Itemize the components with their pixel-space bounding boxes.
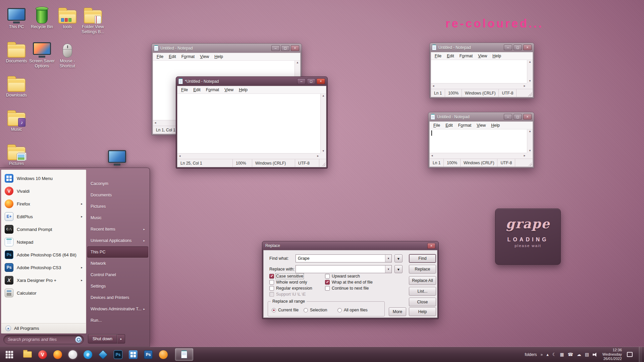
- menu-format[interactable]: Format: [204, 87, 222, 93]
- start-place-settings[interactable]: Settings: [87, 281, 148, 292]
- scroll-right-icon[interactable]: ►: [317, 155, 319, 158]
- dialog-titlebar[interactable]: Replace ×: [262, 241, 438, 250]
- help-button[interactable]: Help: [409, 307, 436, 316]
- desktop-icon-pictures[interactable]: Pictures: [3, 141, 30, 166]
- vertical-scrollbar[interactable]: ▲▼: [527, 60, 533, 83]
- scroll-up-icon[interactable]: ▲: [529, 61, 531, 63]
- maximize-button[interactable]: ◻: [514, 114, 522, 120]
- taskbar-photoshop-cs6-icon[interactable]: [113, 350, 123, 359]
- taskbar-vivaldi-icon[interactable]: [38, 350, 47, 359]
- menu-file[interactable]: File: [179, 87, 190, 93]
- close-button[interactable]: ×: [427, 243, 435, 249]
- taskbar-blue-window-app-icon[interactable]: [128, 350, 138, 359]
- checkbox-continue-next-file[interactable]: Continue to next file: [325, 286, 369, 291]
- scroll-up-icon[interactable]: ▲: [322, 95, 325, 97]
- tray-phone-icon[interactable]: ☎: [568, 352, 573, 357]
- close-button[interactable]: ×: [523, 114, 532, 120]
- menu-help[interactable]: Help: [490, 53, 503, 59]
- search-input[interactable]: [8, 337, 75, 342]
- maximize-button[interactable]: ◻: [514, 45, 522, 50]
- tray-keyboard-icon[interactable]: ▦: [560, 352, 564, 357]
- checkbox-case-sensitive[interactable]: Case sensitive: [269, 274, 303, 279]
- desktop-icon-music[interactable]: Music: [3, 107, 30, 132]
- close-button[interactable]: ×: [317, 78, 325, 84]
- radio-all-open-files[interactable]: All open files: [337, 308, 368, 312]
- start-place-universal-applications[interactable]: Universal Applications▸: [87, 235, 148, 246]
- minimize-button[interactable]: –: [504, 45, 512, 50]
- taskbar-media-app-icon[interactable]: [159, 350, 168, 359]
- start-item-xara-designer[interactable]: Xara Designer Pro +▸: [1, 274, 86, 287]
- tray-network-icon[interactable]: ▤: [585, 352, 589, 357]
- menu-file[interactable]: File: [154, 54, 166, 59]
- list-button[interactable]: List...: [409, 287, 436, 296]
- taskbar-clock[interactable]: 12:36 Wednesday 26/01/2022: [601, 348, 622, 361]
- titlebar[interactable]: Untitled - Notepad – ◻ ×: [152, 44, 302, 53]
- replace-special-dropdown-button[interactable]: ▾: [394, 265, 402, 273]
- minimize-button[interactable]: –: [271, 45, 280, 51]
- combo-dropdown-icon[interactable]: ▾: [385, 255, 391, 262]
- scroll-down-icon[interactable]: ▼: [529, 149, 531, 152]
- find-what-combobox[interactable]: ▾: [296, 254, 392, 262]
- replace-with-input[interactable]: [296, 267, 385, 272]
- scroll-left-icon[interactable]: ◄: [432, 85, 435, 87]
- minimize-button[interactable]: –: [504, 114, 512, 120]
- close-button[interactable]: ×: [523, 45, 532, 50]
- taskbar-firefox-icon[interactable]: [53, 350, 62, 359]
- taskbar-gem-app-icon[interactable]: [98, 350, 108, 359]
- start-place-this-pc[interactable]: This PC: [87, 246, 148, 258]
- scroll-left-icon[interactable]: ◄: [431, 155, 433, 157]
- menu-view[interactable]: View: [476, 53, 489, 59]
- start-item-photoshop-cs6[interactable]: Adobe Photoshop CS6 (64 Bit): [1, 248, 86, 261]
- taskbar-folders-toolbar[interactable]: folders: [525, 352, 537, 357]
- toolbar-overflow-icon[interactable]: »: [540, 352, 543, 357]
- menu-format[interactable]: Format: [456, 123, 474, 128]
- find-what-input[interactable]: [296, 256, 385, 261]
- text-area[interactable]: [177, 94, 320, 153]
- menu-view[interactable]: View: [198, 54, 211, 59]
- more-button[interactable]: More: [389, 307, 406, 316]
- menu-edit[interactable]: Edit: [443, 123, 455, 128]
- start-item-notepad[interactable]: Notepad: [1, 236, 86, 248]
- replace-all-button[interactable]: Replace All: [409, 276, 436, 285]
- checkbox-whole-word-only[interactable]: Whole word only: [269, 280, 307, 285]
- horizontal-scrollbar[interactable]: ◄►: [177, 153, 320, 159]
- all-programs-button[interactable]: ▲ All Programs: [1, 323, 86, 333]
- show-desktop-button[interactable]: [639, 347, 642, 362]
- scroll-right-icon[interactable]: ►: [523, 155, 526, 157]
- close-button[interactable]: Close: [409, 298, 436, 306]
- notepad-window-active[interactable]: *Untitled - Notepad – ◻ × File Edit Form…: [176, 76, 328, 169]
- menu-help[interactable]: Help: [212, 54, 225, 59]
- titlebar[interactable]: *Untitled - Notepad – ◻ ×: [176, 77, 327, 86]
- start-place-documents[interactable]: Documents: [87, 189, 148, 201]
- tray-cloud-icon[interactable]: ☁: [577, 352, 581, 357]
- hidden-icons-chevron[interactable]: ▴: [546, 352, 549, 357]
- menu-format[interactable]: Format: [457, 53, 475, 59]
- text-area[interactable]: [430, 129, 527, 153]
- scroll-left-icon[interactable]: ◄: [154, 122, 157, 124]
- start-item-vivaldi[interactable]: Vivaldi: [1, 185, 86, 197]
- text-area[interactable]: [431, 60, 527, 83]
- menu-edit[interactable]: Edit: [191, 87, 203, 93]
- search-icon[interactable]: [75, 336, 82, 343]
- menu-help[interactable]: Help: [236, 87, 250, 93]
- start-item-editplus[interactable]: EditPlus▸: [1, 210, 86, 223]
- start-button[interactable]: [0, 347, 19, 362]
- resize-grip[interactable]: [527, 159, 533, 167]
- desktop-icon-documents[interactable]: Documents: [3, 38, 30, 64]
- menu-edit[interactable]: Edit: [166, 54, 178, 59]
- menu-edit[interactable]: Edit: [444, 53, 457, 59]
- desktop-icon-mouse-shortcut[interactable]: Mouse - Shortcut: [54, 38, 80, 69]
- action-center-icon[interactable]: [627, 352, 633, 357]
- shutdown-button[interactable]: Shut down: [88, 334, 117, 344]
- shutdown-options-icon[interactable]: ▸: [117, 334, 125, 344]
- menu-file[interactable]: File: [432, 53, 444, 59]
- notepad-window-mid-right[interactable]: Untitled - Notepad – ◻ × File Edit Forma…: [428, 112, 534, 168]
- desktop-icon-screen-saver-options[interactable]: Screen Saver Options: [29, 38, 55, 69]
- menu-help[interactable]: Help: [489, 123, 502, 128]
- menu-view[interactable]: View: [474, 123, 488, 128]
- vertical-scrollbar[interactable]: ▲▼: [527, 129, 533, 153]
- checkbox-upward-search[interactable]: Upward search: [325, 274, 360, 279]
- start-item-photoshop-cs3[interactable]: Adobe Photoshop CS3▸: [1, 261, 86, 274]
- scroll-up-icon[interactable]: ▲: [529, 130, 531, 133]
- titlebar[interactable]: Untitled - Notepad – ◻ ×: [430, 43, 534, 52]
